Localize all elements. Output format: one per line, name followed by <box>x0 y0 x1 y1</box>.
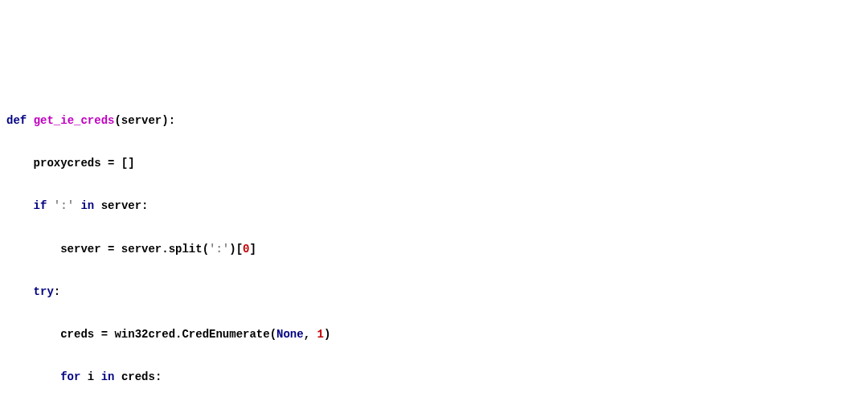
code-line: try: <box>6 281 862 303</box>
indent <box>6 370 60 383</box>
code-text: server = server.split( <box>60 243 209 256</box>
string-literal: ':' <box>209 243 229 256</box>
code-line: if ':' in server: <box>6 195 862 217</box>
code-text: proxycreds = [] <box>34 157 135 170</box>
paren-close: ): <box>162 114 175 127</box>
code-text: ) <box>324 328 330 341</box>
space <box>114 370 121 383</box>
space <box>47 199 53 212</box>
indent <box>6 285 34 298</box>
code-text: i <box>88 370 94 383</box>
code-line: server = server.split(':')[0] <box>6 239 862 260</box>
code-text: ] <box>250 243 256 256</box>
string-literal: ':' <box>54 199 74 212</box>
indent <box>6 157 34 170</box>
colon: : <box>54 285 60 298</box>
code-block: def get_ie_creds(server): proxycreds = [… <box>6 88 862 405</box>
keyword-try: try <box>34 285 54 298</box>
code-line: creds = win32cred.CredEnumerate(None, 1) <box>6 324 862 346</box>
function-name: get_ie_creds <box>34 114 115 127</box>
code-line: proxycreds = [] <box>6 153 862 174</box>
code-text: )[ <box>229 243 243 256</box>
indent <box>6 243 60 256</box>
code-text: server: <box>101 199 149 212</box>
code-text: creds = win32cred.CredEnumerate( <box>60 328 276 341</box>
number-literal: 0 <box>243 243 249 256</box>
param: server <box>121 114 162 127</box>
number-literal: 1 <box>317 328 323 341</box>
keyword-in: in <box>80 199 94 212</box>
space <box>80 370 87 383</box>
code-text: creds: <box>121 370 162 383</box>
indent <box>6 199 34 212</box>
paren-open: ( <box>114 114 121 127</box>
code-text: , <box>304 328 317 341</box>
keyword-if: if <box>34 199 47 212</box>
builtin-none: None <box>276 328 304 341</box>
keyword-in: in <box>101 370 115 383</box>
code-line: def get_ie_creds(server): <box>6 110 862 132</box>
code-line: for i in creds: <box>6 366 862 388</box>
indent <box>6 328 60 341</box>
space <box>94 199 100 212</box>
keyword-for: for <box>60 370 80 383</box>
space <box>94 370 100 383</box>
keyword-def: def <box>6 114 27 127</box>
